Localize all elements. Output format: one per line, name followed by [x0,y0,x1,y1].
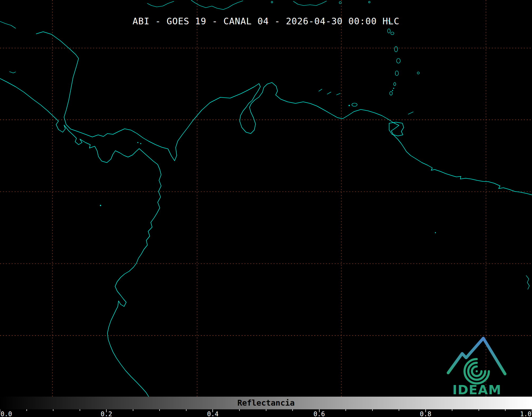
logo-mountain [448,338,505,374]
colorbar-tick [53,409,53,411]
colorbar-tick [133,409,133,411]
ideam-logo-graphic [448,338,505,383]
island-aruba [319,89,322,91]
island [339,2,341,4]
satellite-map: ABI - GOES 19 - CANAL 04 - 2026-04-30 00… [0,0,532,397]
colorbar-label: Reflectancia [237,398,295,407]
island-margarita [352,103,357,106]
colorbar-tick [425,409,426,412]
colorbar-tick [505,409,506,411]
colorbar-tick [0,409,0,412]
colorbar-tick [319,409,320,412]
island-gorgona [100,205,101,206]
colorbar-tick [186,409,187,411]
island-curacao [327,92,331,94]
island-guadeloupe [388,29,390,33]
coastline-pacific-mainland [0,79,161,397]
coastline-jamaica [147,1,174,7]
coastline-hispaniola [191,0,243,10]
island [271,1,273,3]
coastline-abc-islands [319,89,357,106]
coastlines [0,0,532,397]
island-grenadines [393,88,394,89]
coastline-essequibo [526,276,529,289]
colorbar-tick [292,409,293,411]
coastline-fragment [0,21,16,28]
colorbar-gradient: Reflectancia [0,397,532,409]
colorbar-tick [106,409,107,412]
colorbar-tick [239,409,240,411]
island [435,232,436,233]
colorbar-tick [372,409,373,411]
colorbar-tick [479,409,479,411]
ideam-logo-text: IDEAM [448,382,506,397]
colorbar-tick [452,409,452,411]
image-title: ABI - GOES 19 - CANAL 04 - 2026-04-30 00… [133,16,399,26]
logo-spiral-eye [476,370,478,372]
colorbar-tick [266,409,266,411]
island-dominica [394,47,398,52]
island-grenada [390,91,392,95]
colorbar-tick [26,409,27,411]
island-bonaire [337,93,340,95]
island [140,143,141,144]
colorbar-tick [80,409,80,411]
colorbar-tick [399,409,399,411]
colorbar-tick [212,409,213,412]
island-martinique [397,58,400,63]
island-tobago [408,112,413,114]
island-guadeloupe-east [391,32,394,35]
island-st-lucia [395,71,398,76]
island-st-vincent [394,83,396,86]
colorbar-tick-label: 0.0 [1,410,12,417]
colorbar-tick [159,409,160,411]
coastline-caribbean-mainland [36,32,532,195]
colorbar-tick-label: 1.0 [520,410,531,417]
coastline-small-islands [10,72,529,289]
colorbar-tick [345,409,346,411]
coastline-puerto-rico [293,1,326,6]
island [369,1,370,3]
island-grenadines [392,90,393,91]
island [137,142,138,143]
coastline-lesser-antilles [388,20,419,136]
island-barbados [417,72,419,74]
island-fonseca [10,72,16,73]
colorbar-tick-strip: 0.0 0.2 0.4 0.6 0.8 1.0 [0,409,532,417]
island-coche [349,105,350,106]
